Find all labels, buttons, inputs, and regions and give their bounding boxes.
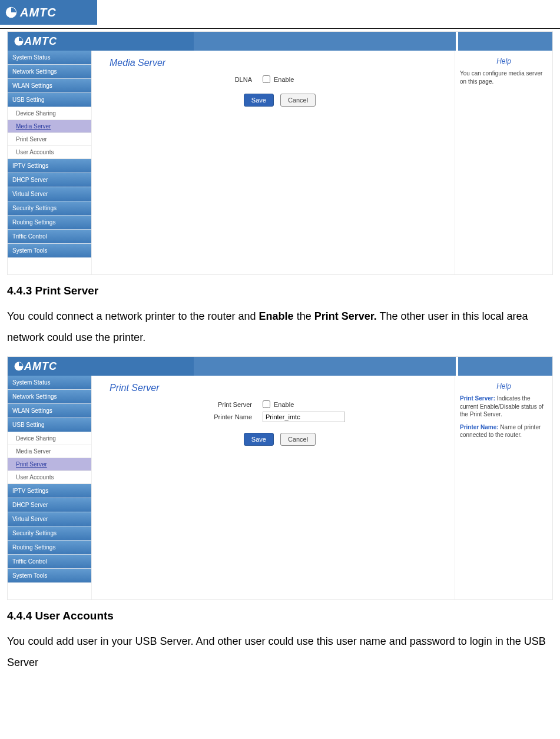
brand-glyph-icon — [14, 36, 24, 47]
app-brand: AMTC — [8, 357, 194, 376]
sidebar-item[interactable]: USB Setting — [8, 93, 91, 107]
sidebar-item[interactable]: Routing Settings — [8, 216, 91, 230]
help-body: You can configure media server on this p… — [460, 69, 548, 85]
sidebar-item[interactable]: Network Settings — [8, 65, 91, 79]
sidebar-item[interactable]: System Tools — [8, 569, 91, 583]
sidebar-item[interactable]: WLAN Settings — [8, 404, 91, 418]
sidebar-item[interactable]: Triffic Control — [8, 555, 91, 569]
sidebar-subitem[interactable]: Media Server — [8, 445, 91, 458]
sidebar-item[interactable]: Virtual Server — [8, 187, 91, 201]
cancel-button[interactable]: Cancel — [280, 433, 316, 446]
sidebar-item[interactable]: Security Settings — [8, 201, 91, 216]
help-item: Print Server: Indicates the current Enab… — [460, 395, 548, 419]
sidebar-item[interactable]: IPTV Settings — [8, 484, 91, 498]
form-control — [263, 412, 345, 422]
sidebar-subitem[interactable]: Print Server — [8, 133, 91, 146]
help-item-term: Print Server: — [460, 395, 495, 402]
sidebar-item[interactable]: System Tools — [8, 244, 91, 258]
save-button[interactable]: Save — [244, 433, 274, 446]
text-input[interactable] — [263, 412, 345, 422]
save-button[interactable]: Save — [244, 94, 274, 107]
form-label: Printer Name — [110, 413, 263, 420]
app-top-bar: AMTC — [8, 32, 552, 51]
sidebar: System StatusNetwork SettingsWLAN Settin… — [8, 376, 91, 599]
brand-text: AMTC — [20, 6, 57, 19]
sidebar-item[interactable]: WLAN Settings — [8, 79, 91, 93]
sidebar-item[interactable]: System Status — [8, 51, 91, 65]
sidebar-item[interactable]: Routing Settings — [8, 541, 91, 555]
sidebar-item[interactable]: Triffic Control — [8, 230, 91, 244]
sidebar-item[interactable]: Virtual Server — [8, 512, 91, 526]
sidebar-item[interactable]: Security Settings — [8, 526, 91, 541]
button-row: Save Cancel — [110, 94, 450, 107]
sidebar-item[interactable]: IPTV Settings — [8, 159, 91, 173]
form-row: Printer Name — [110, 412, 450, 422]
app-top-bar: AMTC — [8, 357, 552, 376]
help-title: Help — [460, 382, 548, 391]
form-label: DLNA — [110, 76, 263, 83]
sidebar: System StatusNetwork SettingsWLAN Settin… — [8, 51, 91, 274]
help-column: Help Print Server: Indicates the current… — [455, 376, 552, 599]
sidebar-item[interactable]: USB Setting — [8, 418, 91, 432]
enable-checkbox[interactable] — [263, 75, 270, 83]
sidebar-subitem[interactable]: Device Sharing — [8, 107, 91, 120]
form-row: DLNAEnable — [110, 75, 450, 83]
help-item: Printer Name: Name of printer connected … — [460, 423, 548, 439]
sidebar-subitem[interactable]: User Accounts — [8, 471, 91, 484]
top-bar-spacer — [194, 357, 456, 376]
sidebar-subitem[interactable]: Print Server — [8, 458, 91, 471]
form-control: Enable — [263, 75, 294, 83]
main-panel: Print Server Print ServerEnablePrinter N… — [91, 376, 455, 599]
top-bar-right — [458, 357, 552, 376]
sidebar-item[interactable]: DHCP Server — [8, 498, 91, 512]
sidebar-item[interactable]: System Status — [8, 376, 91, 390]
doc-brand-logo: AMTC — [0, 0, 97, 25]
divider — [0, 28, 560, 29]
section-heading-print-server: 4.4.3 Print Server — [7, 284, 553, 297]
sidebar-item[interactable]: Network Settings — [8, 390, 91, 404]
form-control: Enable — [263, 400, 294, 408]
brand-glyph-icon — [14, 361, 24, 372]
sidebar-subitem[interactable]: User Accounts — [8, 146, 91, 159]
p1-a: You could connect a network printer to t… — [7, 310, 259, 322]
button-row: Save Cancel — [110, 433, 450, 446]
panel-title: Media Server — [110, 58, 450, 68]
app-brand-text: AMTC — [24, 35, 57, 48]
cancel-button[interactable]: Cancel — [280, 94, 316, 107]
help-item-term: Printer Name: — [460, 424, 499, 430]
section-heading-user-accounts: 4.4.4 User Accounts — [7, 609, 553, 622]
screenshot-print-server: AMTC System StatusNetwork SettingsWLAN S… — [7, 356, 553, 600]
p1-c: the — [294, 310, 314, 322]
top-bar-right — [458, 32, 552, 51]
checkbox-label: Enable — [274, 76, 294, 83]
main-panel: Media Server DLNAEnable Save Cancel — [91, 51, 455, 274]
form-row: Print ServerEnable — [110, 400, 450, 408]
help-title: Help — [460, 57, 548, 66]
section-paragraph-print-server: You could connect a network printer to t… — [7, 306, 553, 348]
help-column: Help You can configure media server on t… — [455, 51, 552, 274]
section-paragraph-user-accounts: You could add user in your USB Server. A… — [7, 631, 553, 673]
app-brand-text: AMTC — [24, 360, 57, 373]
brand-glyph-icon — [5, 6, 18, 19]
p1-d: Print Server. — [314, 310, 377, 322]
enable-checkbox[interactable] — [263, 400, 270, 408]
p1-b: Enable — [259, 310, 294, 322]
panel-title: Print Server — [110, 383, 450, 393]
sidebar-subitem[interactable]: Device Sharing — [8, 432, 91, 445]
sidebar-subitem[interactable]: Media Server — [8, 120, 91, 133]
app-brand: AMTC — [8, 32, 194, 51]
form-label: Print Server — [110, 401, 263, 408]
sidebar-item[interactable]: DHCP Server — [8, 173, 91, 187]
screenshot-media-server: AMTC System StatusNetwork SettingsWLAN S… — [7, 31, 553, 275]
top-bar-spacer — [194, 32, 456, 51]
checkbox-label: Enable — [274, 401, 294, 408]
